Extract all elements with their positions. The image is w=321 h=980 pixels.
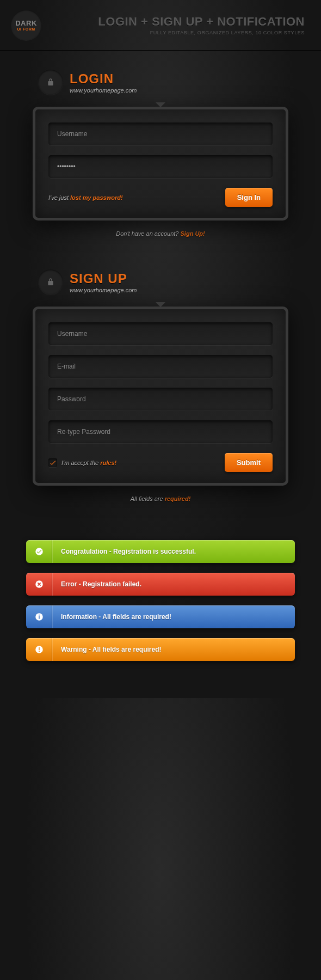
rules-link[interactable]: rules!	[100, 460, 116, 466]
login-under-text: Don't have an account? Sign Up!	[33, 230, 288, 237]
header-title: LOGIN + SIGN UP + NOTIFICATION	[98, 15, 305, 29]
login-section: LOGIN www.yourhomepage.com I've just los…	[0, 51, 321, 237]
svg-point-7	[39, 651, 40, 652]
signup-section: SIGN UP www.yourhomepage.com I'm accept …	[0, 237, 321, 502]
password-field-wrap	[48, 155, 273, 178]
password-input[interactable]	[57, 163, 264, 170]
login-subtitle: www.yourhomepage.com	[70, 87, 137, 94]
signup-title: SIGN UP	[70, 271, 137, 286]
notifications-section: Congratulation - Registration is success…	[0, 502, 321, 698]
signup-password-input[interactable]	[57, 395, 264, 403]
accept-rules-checkbox[interactable]	[48, 458, 57, 467]
x-circle-icon	[26, 573, 52, 596]
logo-badge: DARK UI FORM	[11, 10, 41, 40]
check-circle-icon	[26, 540, 52, 563]
signup-email-input[interactable]	[57, 363, 264, 370]
svg-point-4	[39, 615, 40, 616]
notification-warning: Warning - All fields are required!	[26, 638, 295, 661]
username-field-wrap	[48, 122, 273, 145]
signup-repassword-input[interactable]	[57, 428, 264, 436]
header-subtitle: FULLY EDITABLE, ORGANIZED LAYERS, 10 COL…	[98, 30, 305, 35]
accept-rules-text: I'm accept the rules!	[61, 460, 116, 466]
notification-success: Congratulation - Registration is success…	[26, 540, 295, 563]
notification-text: Warning - All fields are required!	[52, 646, 161, 653]
submit-button[interactable]: Submit	[225, 453, 273, 472]
required-label: required!	[165, 495, 191, 502]
notification-text: Congratulation - Registration is success…	[52, 548, 196, 555]
notification-info: Information - All fields are required!	[26, 605, 295, 628]
signin-button[interactable]: Sign In	[225, 188, 273, 207]
signup-under-text: All fields are required!	[33, 495, 288, 502]
login-title: LOGIN	[70, 71, 137, 87]
svg-point-0	[35, 548, 43, 555]
logo-line2: UI FORM	[17, 27, 35, 31]
username-input[interactable]	[57, 130, 264, 138]
warning-circle-icon	[26, 638, 52, 661]
notification-error: Error - Registration failed.	[26, 573, 295, 596]
logo-line1: DARK	[15, 20, 37, 27]
lost-password-text: I've just lost my password!	[48, 194, 123, 201]
info-circle-icon	[26, 605, 52, 628]
signup-subtitle: www.yourhomepage.com	[70, 287, 137, 293]
page-header: DARK UI FORM LOGIN + SIGN UP + NOTIFICAT…	[0, 0, 321, 51]
svg-rect-3	[39, 616, 40, 619]
lost-password-link[interactable]: lost my password!	[70, 194, 123, 201]
notification-text: Information - All fields are required!	[52, 613, 171, 621]
signup-panel: I'm accept the rules! Submit	[33, 307, 288, 486]
signup-username-input[interactable]	[57, 330, 264, 338]
notification-text: Error - Registration failed.	[52, 580, 141, 588]
lock-icon	[38, 70, 63, 95]
login-panel: I've just lost my password! Sign In	[33, 107, 288, 220]
signup-link[interactable]: Sign Up!	[181, 230, 205, 237]
arrow-down-icon	[156, 102, 165, 107]
svg-rect-6	[39, 647, 40, 650]
arrow-down-icon	[156, 302, 165, 307]
lock-icon	[38, 270, 63, 295]
